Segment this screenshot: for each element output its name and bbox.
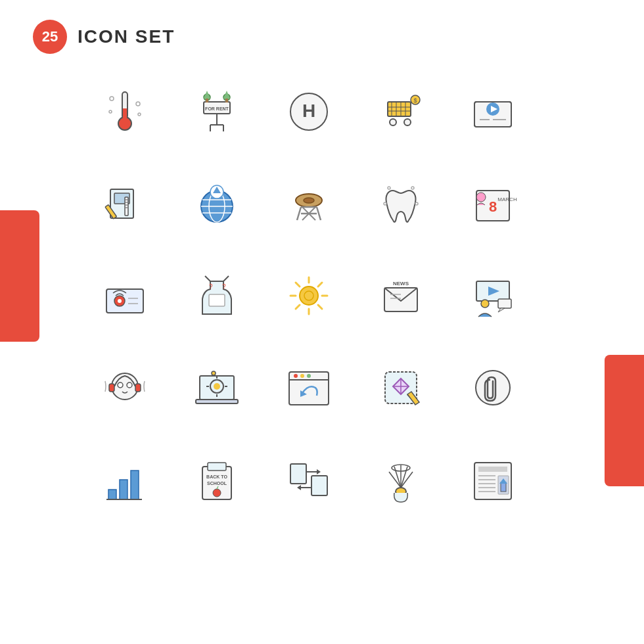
- svg-rect-95: [498, 299, 511, 308]
- icon-news-mail[interactable]: NEWS: [361, 256, 440, 335]
- svg-rect-156: [501, 482, 506, 492]
- icon-tooth[interactable]: [361, 164, 440, 243]
- svg-point-54: [304, 198, 314, 203]
- svg-text:FOR RENT: FOR RENT: [205, 106, 229, 111]
- svg-marker-140: [297, 485, 301, 490]
- svg-text:BACK TO: BACK TO: [206, 474, 227, 479]
- svg-point-106: [214, 383, 220, 390]
- svg-rect-16: [206, 99, 208, 103]
- svg-point-62: [411, 187, 414, 189]
- icon-back-to-school[interactable]: BACK TO SCHOOL: [177, 440, 256, 519]
- svg-point-99: [118, 382, 123, 388]
- svg-line-86: [318, 305, 322, 309]
- icon-thermometer[interactable]: [85, 72, 164, 151]
- icon-hospital[interactable]: H: [269, 72, 348, 151]
- svg-line-87: [318, 283, 322, 287]
- red-decoration-right: [605, 355, 644, 486]
- svg-text:?: ?: [209, 283, 213, 290]
- icon-video-mail[interactable]: [453, 72, 532, 151]
- icon-count-badge: 25: [33, 20, 67, 54]
- svg-point-4: [136, 102, 140, 106]
- svg-rect-136: [311, 476, 327, 495]
- icon-file-transfer[interactable]: [269, 440, 348, 519]
- svg-rect-104: [196, 400, 238, 403]
- icon-diamond-pen[interactable]: [361, 348, 440, 427]
- svg-text:$: $: [413, 97, 417, 104]
- icon-map-location[interactable]: [85, 256, 164, 335]
- svg-point-3: [110, 97, 114, 101]
- svg-text:8: 8: [489, 198, 497, 215]
- svg-point-111: [212, 371, 216, 375]
- badge-number: 25: [42, 28, 58, 45]
- svg-point-98: [112, 373, 138, 400]
- svg-rect-127: [131, 471, 139, 499]
- icon-presenter[interactable]: [453, 256, 532, 335]
- icon-newspaper[interactable]: [453, 440, 532, 519]
- svg-point-80: [304, 291, 313, 300]
- svg-line-85: [296, 283, 300, 287]
- svg-point-29: [404, 119, 411, 126]
- svg-rect-130: [208, 463, 226, 471]
- svg-rect-126: [120, 480, 127, 499]
- svg-rect-21: [388, 102, 411, 116]
- red-decoration-left: [0, 210, 39, 342]
- svg-text:H: H: [302, 101, 315, 121]
- svg-point-6: [138, 113, 141, 116]
- svg-line-55: [297, 207, 301, 220]
- page-title: ICON SET: [78, 26, 175, 47]
- svg-point-63: [384, 202, 386, 205]
- svg-point-116: [307, 374, 311, 378]
- svg-point-64: [415, 202, 418, 205]
- icon-design-tools[interactable]: [85, 164, 164, 243]
- icon-march-8[interactable]: 8 MARCH: [453, 164, 532, 243]
- icon-log-stand[interactable]: [269, 164, 348, 243]
- svg-line-75: [223, 276, 229, 281]
- svg-line-56: [317, 207, 321, 220]
- icon-laptop-settings[interactable]: [177, 348, 256, 427]
- svg-rect-2: [123, 108, 127, 122]
- icon-global-arrow[interactable]: [177, 164, 256, 243]
- svg-line-142: [394, 467, 401, 488]
- svg-rect-149: [478, 467, 507, 472]
- svg-marker-138: [317, 469, 321, 474]
- svg-rect-76: [209, 294, 225, 306]
- svg-line-88: [296, 305, 300, 309]
- svg-rect-125: [108, 490, 116, 499]
- svg-point-71: [118, 299, 122, 303]
- icon-browser-refresh[interactable]: [269, 348, 348, 427]
- svg-point-97: [481, 300, 489, 308]
- icon-apron[interactable]: ? ?: [177, 256, 256, 335]
- svg-point-114: [294, 374, 298, 378]
- svg-line-74: [205, 276, 210, 281]
- icon-paperclip[interactable]: [453, 348, 532, 427]
- header: 25 ICON SET: [33, 20, 175, 54]
- icon-shuttlecock[interactable]: [361, 440, 440, 519]
- svg-rect-101: [109, 384, 114, 392]
- icon-solar-cart[interactable]: $: [361, 72, 440, 151]
- svg-text:?: ?: [222, 283, 226, 290]
- svg-rect-102: [135, 384, 141, 392]
- svg-point-5: [109, 110, 112, 113]
- svg-marker-96: [498, 308, 505, 312]
- svg-rect-135: [290, 464, 306, 484]
- svg-rect-18: [225, 99, 228, 103]
- svg-text:MARCH: MARCH: [497, 196, 517, 202]
- svg-point-100: [127, 382, 132, 388]
- svg-point-115: [300, 374, 304, 378]
- icons-grid: FOR RENT H: [85, 72, 539, 526]
- icon-skull-headphones[interactable]: [85, 348, 164, 427]
- svg-text:SCHOOL: SCHOOL: [207, 481, 227, 486]
- svg-point-28: [390, 119, 396, 126]
- svg-text:NEWS: NEWS: [393, 281, 409, 287]
- svg-line-146: [401, 472, 413, 488]
- svg-point-68: [476, 193, 486, 202]
- icon-bar-chart[interactable]: [85, 440, 164, 519]
- svg-line-144: [401, 467, 407, 488]
- svg-point-133: [213, 489, 221, 497]
- svg-line-145: [389, 472, 401, 488]
- svg-point-61: [388, 187, 390, 189]
- icon-for-rent[interactable]: FOR RENT: [177, 72, 256, 151]
- icon-sun-gear[interactable]: [269, 256, 348, 335]
